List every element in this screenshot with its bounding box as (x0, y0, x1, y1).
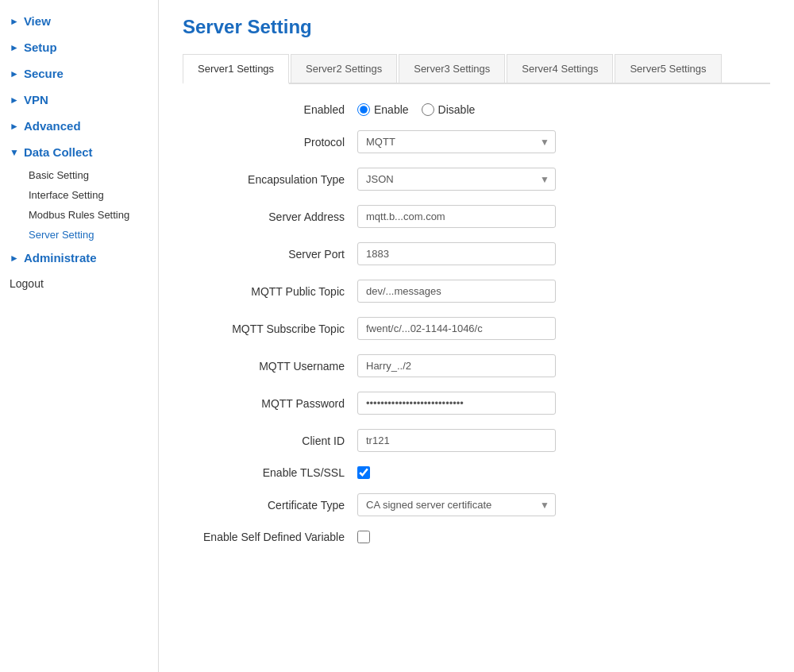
enable-tls-checkbox[interactable] (357, 466, 370, 479)
certificate-type-select[interactable]: CA signed server certificate Self signed… (357, 493, 556, 516)
enable-self-defined-row: Enable Self Defined Variable (183, 531, 770, 543)
protocol-select-wrap: MQTT HTTP TCP ▼ (357, 130, 556, 153)
sidebar-item-setup[interactable]: ► Setup (0, 34, 158, 60)
enabled-row: Enabled Enable Disable (183, 103, 770, 116)
sidebar-sub-data-collect: Basic Setting Interface Setting Modbus R… (0, 165, 158, 245)
sidebar-item-administrate[interactable]: ► Administrate (0, 245, 158, 271)
chevron-right-icon: ► (10, 68, 19, 79)
server-port-label: Server Port (183, 248, 357, 261)
server-address-label: Server Address (183, 210, 357, 223)
enabled-label: Enabled (183, 103, 357, 116)
chevron-right-icon: ► (10, 121, 19, 132)
enable-tls-control (357, 466, 770, 479)
enable-self-defined-label: Enable Self Defined Variable (183, 531, 357, 543)
server-port-row: Server Port (183, 242, 770, 265)
tab-server2[interactable]: Server2 Settings (291, 54, 397, 83)
enable-radio-label[interactable]: Enable (357, 103, 409, 116)
chevron-right-icon: ► (10, 42, 19, 53)
enable-tls-label: Enable TLS/SSL (183, 466, 357, 479)
sidebar-item-server-setting[interactable]: Server Setting (19, 225, 158, 245)
chevron-right-icon: ► (10, 16, 19, 27)
mqtt-username-row: MQTT Username (183, 354, 770, 377)
mqtt-password-label: MQTT Password (183, 397, 357, 410)
sidebar-item-modbus-rules-setting[interactable]: Modbus Rules Setting (19, 205, 158, 225)
client-id-control (357, 429, 770, 452)
encapsulation-row: Encapsulation Type JSON CSV XML ▼ (183, 168, 770, 191)
mqtt-subscribe-topic-label: MQTT Subscribe Topic (183, 322, 357, 335)
mqtt-subscribe-topic-row: MQTT Subscribe Topic (183, 317, 770, 340)
mqtt-password-input[interactable] (357, 392, 556, 415)
server-address-control (357, 205, 770, 228)
protocol-label: Protocol (183, 136, 357, 149)
mqtt-username-input[interactable] (357, 354, 556, 377)
enable-tls-row: Enable TLS/SSL (183, 466, 770, 479)
page-title: Server Setting (183, 16, 770, 38)
disable-radio[interactable] (422, 103, 434, 116)
mqtt-password-row: MQTT Password (183, 392, 770, 415)
mqtt-password-control (357, 392, 770, 415)
client-id-label: Client ID (183, 434, 357, 447)
mqtt-username-control (357, 354, 770, 377)
enable-self-defined-control (357, 531, 770, 543)
server-settings-form: Enabled Enable Disable Protocol (183, 103, 770, 543)
chevron-right-icon: ► (10, 95, 19, 106)
encapsulation-select[interactable]: JSON CSV XML (357, 168, 556, 191)
mqtt-subscribe-topic-control (357, 317, 770, 340)
enable-radio[interactable] (357, 103, 370, 116)
enable-self-defined-checkbox[interactable] (357, 531, 370, 543)
mqtt-subscribe-topic-input[interactable] (357, 317, 556, 340)
protocol-row: Protocol MQTT HTTP TCP ▼ (183, 130, 770, 153)
server-address-input[interactable] (357, 205, 556, 228)
protocol-control: MQTT HTTP TCP ▼ (357, 130, 770, 153)
sidebar-item-advanced[interactable]: ► Advanced (0, 113, 158, 139)
certificate-type-row: Certificate Type CA signed server certif… (183, 493, 770, 516)
mqtt-public-topic-label: MQTT Public Topic (183, 285, 357, 298)
logout-button[interactable]: Logout (0, 271, 158, 296)
sidebar-item-basic-setting[interactable]: Basic Setting (19, 165, 158, 185)
server-tabs: Server1 Settings Server2 Settings Server… (183, 54, 770, 84)
certificate-type-label: Certificate Type (183, 499, 357, 512)
chevron-right-icon: ► (10, 253, 19, 264)
tab-server1[interactable]: Server1 Settings (183, 54, 289, 84)
sidebar-item-interface-setting[interactable]: Interface Setting (19, 185, 158, 205)
mqtt-public-topic-input[interactable] (357, 280, 556, 303)
protocol-select[interactable]: MQTT HTTP TCP (357, 130, 556, 153)
mqtt-public-topic-control (357, 280, 770, 303)
sidebar-item-vpn[interactable]: ► VPN (0, 87, 158, 113)
encapsulation-control: JSON CSV XML ▼ (357, 168, 770, 191)
server-port-input[interactable] (357, 242, 556, 265)
mqtt-username-label: MQTT Username (183, 360, 357, 373)
tab-server5[interactable]: Server5 Settings (615, 54, 721, 83)
chevron-down-icon: ▼ (10, 147, 19, 158)
tab-server3[interactable]: Server3 Settings (399, 54, 505, 83)
enabled-radio-group: Enable Disable (357, 103, 475, 116)
server-address-row: Server Address (183, 205, 770, 228)
client-id-row: Client ID (183, 429, 770, 452)
encapsulation-select-wrap: JSON CSV XML ▼ (357, 168, 556, 191)
tab-server4[interactable]: Server4 Settings (507, 54, 613, 83)
sidebar-item-view[interactable]: ► View (0, 8, 158, 34)
main-content: Server Setting Server1 Settings Server2 … (159, 0, 794, 672)
sidebar-item-secure[interactable]: ► Secure (0, 60, 158, 87)
encapsulation-label: Encapsulation Type (183, 173, 357, 186)
disable-radio-label[interactable]: Disable (422, 103, 476, 116)
client-id-input[interactable] (357, 429, 556, 452)
mqtt-public-topic-row: MQTT Public Topic (183, 280, 770, 303)
certificate-type-control: CA signed server certificate Self signed… (357, 493, 770, 516)
sidebar-item-data-collect[interactable]: ▼ Data Collect (0, 139, 158, 165)
certificate-type-select-wrap: CA signed server certificate Self signed… (357, 493, 556, 516)
sidebar: ► View ► Setup ► Secure ► VPN ► Advanced… (0, 0, 159, 672)
server-port-control (357, 242, 770, 265)
enabled-control: Enable Disable (357, 103, 770, 116)
